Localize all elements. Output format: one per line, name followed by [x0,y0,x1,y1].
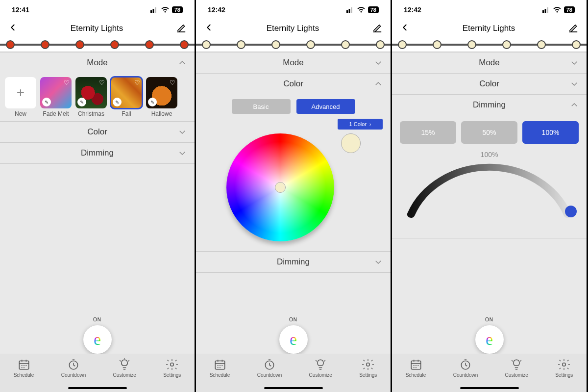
heart-icon: ♡ [134,79,140,86]
tab-countdown[interactable]: Countdown [453,358,478,378]
power-state-label: ON [485,317,493,322]
cell-signal-icon [346,7,354,13]
dimming-slider-knob[interactable] [565,206,577,217]
color-header-label: Color [283,79,303,89]
app-header: Eternity Lights [0,20,195,37]
mode-header[interactable]: Mode [196,52,391,73]
mode-item-halloween[interactable]: ♡ ✎ Hallowe [146,77,177,117]
power-button[interactable]: e [475,325,504,354]
status-bar: 12:41 78 [0,0,195,20]
color-header[interactable]: Color [0,122,195,142]
bulb-icon [314,358,327,371]
svg-point-21 [563,363,566,366]
back-button[interactable] [401,23,410,34]
color-wheel-cursor[interactable] [275,182,286,193]
color-wheel[interactable] [226,133,334,241]
calendar-icon [214,358,226,371]
pencil-icon[interactable]: ✎ [113,98,122,106]
tab-schedule[interactable]: Schedule [406,358,426,378]
tab-schedule[interactable]: Schedule [210,358,230,378]
dimming-header-label: Dimming [81,148,114,158]
home-indicator[interactable] [264,387,323,389]
home-indicator[interactable] [460,387,519,389]
screen-color: 12:42 78 Eternity Lights Mode [195,0,391,392]
tab-settings[interactable]: Settings [163,358,181,378]
color-count-pill[interactable]: 1 Color › [338,119,383,130]
svg-point-18 [556,11,558,13]
heart-icon: ♡ [170,79,175,86]
pencil-icon[interactable]: ✎ [77,98,86,106]
chevron-down-icon [374,58,383,67]
tab-customize[interactable]: Customize [505,358,528,378]
dimming-header-label: Dimming [277,257,310,267]
color-header[interactable]: Color [196,74,391,94]
basic-button[interactable]: Basic [232,99,291,114]
mode-list[interactable]: + New ♡ ✎ Fade Melt ♡ ✎ Christmas [0,73,195,121]
battery-badge: 78 [172,6,183,13]
power-button[interactable]: e [279,325,308,354]
mode-item-new[interactable]: + New [5,77,36,117]
svg-rect-9 [348,9,350,13]
dimming-header[interactable]: Dimming [392,95,587,115]
tab-customize[interactable]: Customize [113,358,136,378]
chevron-down-icon [178,149,187,157]
heart-icon: ♡ [64,79,70,86]
mode-header[interactable]: Mode [0,52,195,73]
color-header[interactable]: Color [392,74,587,94]
edit-button[interactable] [372,23,382,35]
status-icons: 78 [542,6,575,13]
dim-preset-100[interactable]: 100% [522,121,579,144]
tab-countdown[interactable]: Countdown [61,358,86,378]
led-preview [392,37,587,52]
advanced-button[interactable]: Advanced [296,99,355,114]
current-color-swatch[interactable] [341,133,361,153]
svg-rect-17 [547,7,548,13]
led-preview [0,37,195,52]
mode-item-christmas[interactable]: ♡ ✎ Christmas [75,77,107,117]
mode-header[interactable]: Mode [392,52,587,73]
dim-preset-50[interactable]: 50% [461,121,517,144]
pencil-icon[interactable]: ✎ [148,98,157,106]
tab-settings[interactable]: Settings [555,358,573,378]
heart-icon: ♡ [99,79,105,86]
svg-point-4 [164,11,166,13]
status-time: 12:42 [404,6,421,14]
home-indicator[interactable] [68,387,127,389]
dimming-header[interactable]: Dimming [196,252,391,272]
chevron-up-icon [374,79,383,88]
tab-customize[interactable]: Customize [309,358,332,378]
mode-section: Mode + New ♡ ✎ Fade Melt ♡ [0,52,195,122]
chevron-down-icon [570,79,579,88]
tab-schedule[interactable]: Schedule [14,358,34,378]
dimming-header[interactable]: Dimming [0,143,195,163]
mode-item-fademelt[interactable]: ♡ ✎ Fade Melt [40,77,72,117]
status-icons: 78 [346,6,379,13]
mode-item-fall[interactable]: ♡ ✎ Fall [111,77,142,117]
edit-button[interactable] [176,23,186,35]
back-button[interactable] [205,23,214,34]
svg-rect-16 [544,9,546,13]
back-button[interactable] [9,23,18,34]
cell-signal-icon [542,7,550,13]
status-time: 12:41 [12,6,29,14]
page-title: Eternity Lights [410,24,568,33]
tab-countdown[interactable]: Countdown [257,358,282,378]
logo-icon: e [290,330,297,349]
edit-button[interactable] [568,23,578,35]
dimming-panel: 15% 50% 100% 100% [392,115,587,238]
plus-icon[interactable]: + [5,77,36,108]
pencil-icon[interactable]: ✎ [42,98,51,106]
wifi-icon [161,7,169,13]
dimming-arc-slider[interactable] [400,160,579,224]
page-title: Eternity Lights [18,24,176,33]
dim-preset-15[interactable]: 15% [400,121,456,144]
tab-settings[interactable]: Settings [359,358,377,378]
svg-point-14 [367,363,370,366]
mode-header-label: Mode [283,58,304,68]
svg-rect-0 [150,10,152,13]
power-button[interactable]: e [83,325,112,354]
clock-icon [459,358,472,371]
chevron-right-icon: › [369,122,371,127]
power-state-label: ON [93,317,101,322]
wifi-icon [357,7,365,13]
